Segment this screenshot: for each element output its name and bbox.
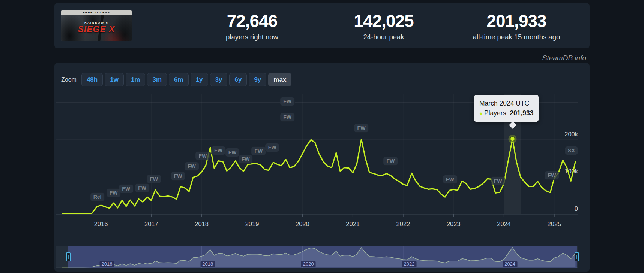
event-flag-fw[interactable]: FW	[280, 97, 295, 106]
event-flag-fw[interactable]: FW	[443, 175, 458, 184]
zoom-range-6y[interactable]: 6y	[229, 73, 247, 86]
navigator-year-2024: 2024	[503, 261, 517, 267]
event-flag-fw[interactable]: FW	[135, 183, 150, 192]
event-flag-rel[interactable]: Rel	[90, 192, 105, 201]
event-flag-sx[interactable]: SX	[564, 146, 578, 155]
stats-card: FREE ACCESS RAINBOW 6 SIEGE X 72,646 pla…	[54, 3, 590, 48]
zoom-range-1y[interactable]: 1y	[191, 73, 208, 86]
zoom-range-3m[interactable]: 3m	[147, 73, 167, 86]
event-flag-fw[interactable]: FW	[544, 171, 559, 180]
alltime-peak-value: 201,933	[456, 11, 576, 31]
event-flag-fw[interactable]: FW	[171, 172, 186, 181]
event-flag-fw[interactable]: FW	[354, 124, 369, 133]
zoom-range-48h[interactable]: 48h	[81, 73, 103, 86]
event-flag-fw[interactable]: FW	[211, 146, 226, 155]
series-dot-icon: ●	[479, 110, 483, 116]
event-flag-fw[interactable]: FW	[119, 184, 134, 193]
event-flag-fw[interactable]: FW	[280, 113, 295, 122]
event-flag-fw[interactable]: FW	[238, 155, 253, 164]
event-flag-fw[interactable]: FW	[184, 162, 199, 171]
navigator-year-2016: 2016	[100, 261, 114, 267]
banner-brand: RAINBOW 6	[61, 21, 132, 24]
event-flag-fw[interactable]: FW	[265, 143, 280, 152]
alltime-peak-label: all-time peak 15 months ago	[456, 33, 576, 41]
event-flag-fw[interactable]: FW	[383, 157, 398, 166]
event-flag-fw[interactable]: FW	[146, 175, 161, 183]
zoom-range-1m[interactable]: 1m	[126, 73, 146, 86]
event-flag-fw[interactable]: FW	[251, 146, 266, 155]
current-players-label: players right now	[192, 33, 312, 41]
zoom-range-6m[interactable]: 6m	[169, 73, 189, 86]
zoom-range-toolbar: Zoom 48h1w1m3m6m1y3y6y9ymax	[61, 73, 291, 86]
stat-alltime-peak: 201,933 all-time peak 15 months ago	[456, 11, 576, 41]
chart-tooltip: March 2024 UTC ●Players: 201,933	[474, 95, 539, 122]
zoom-range-max[interactable]: max	[268, 73, 291, 86]
zoom-range-1w[interactable]: 1w	[105, 73, 124, 86]
peak-24h-value: 142,025	[324, 11, 444, 31]
tooltip-title: March 2024 UTC	[479, 98, 533, 108]
current-players-value: 72,646	[192, 11, 312, 31]
stat-24h-peak: 142,025 24-hour peak	[324, 11, 444, 41]
navigator-year-2018: 2018	[200, 261, 215, 267]
tooltip-row: ●Players: 201,933	[479, 108, 533, 118]
navigator-year-2020: 2020	[301, 261, 316, 267]
banner-title: SIEGE X	[61, 24, 132, 34]
tooltip-value: 201,933	[510, 109, 533, 117]
game-banner[interactable]: FREE ACCESS RAINBOW 6 SIEGE X	[61, 10, 132, 41]
zoom-label: Zoom	[61, 76, 77, 83]
tooltip-series-label: Players:	[484, 109, 508, 117]
zoom-range-3y[interactable]: 3y	[210, 73, 228, 86]
steamdb-watermark: SteamDB.info	[429, 54, 586, 62]
event-flag-fw[interactable]: FW	[195, 151, 210, 160]
event-flag-fw[interactable]: FW	[225, 148, 240, 157]
navigator-year-2022: 2022	[402, 261, 417, 267]
stat-current-players: 72,646 players right now	[192, 11, 312, 41]
banner-ribbon: FREE ACCESS	[61, 10, 132, 15]
chart-card: Zoom 48h1w1m3m6m1y3y6y9ymax	[54, 63, 590, 272]
event-flag-fw[interactable]: FW	[491, 176, 506, 185]
zoom-range-9y[interactable]: 9y	[249, 73, 266, 86]
peak-24h-label: 24-hour peak	[324, 33, 444, 41]
